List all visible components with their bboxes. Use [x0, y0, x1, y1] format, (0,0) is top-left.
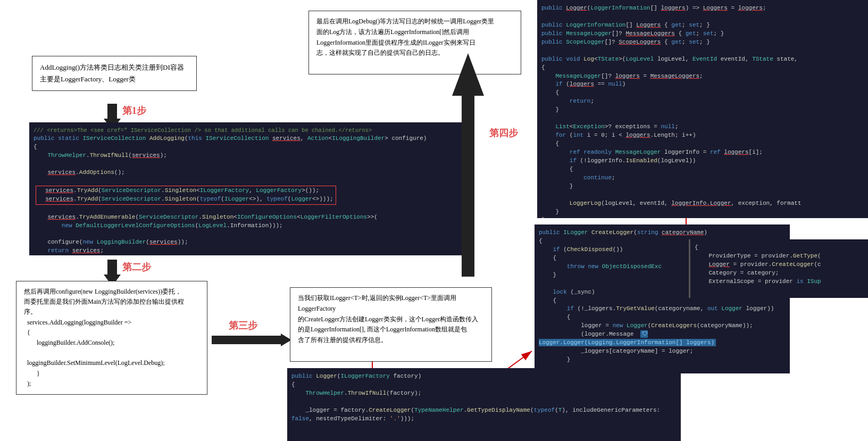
- code-line: if (!loggerInfo.IsEnabled(logLevel)): [541, 157, 864, 165]
- code-line: if (!_loggers.TryGetValue(categoryname, …: [539, 305, 786, 313]
- text-box-1: AddLogging()方法将类日志相关类注册到DI容器 主要是LoggerFa…: [32, 56, 197, 91]
- code-line: _loggers[categoryName] = logger;: [539, 347, 786, 356]
- code-line: public void Log<TState>(LogLevel logLeve…: [541, 55, 864, 64]
- code-line: (logger.Message 🛡 Logger.Logger(Logging.…: [539, 330, 786, 347]
- code-line: LoggerLog(logLevel, eventId, loggerInfo.…: [541, 199, 864, 208]
- step3-label: 第三步: [229, 319, 257, 332]
- code-line: _logger = factory.CreateLogger(TypeNameH…: [291, 406, 677, 423]
- step4-label: 第四步: [489, 127, 518, 139]
- code-line: public LoggerInformation[] Loggers { get…: [541, 21, 864, 30]
- code-block-4: public Logger(LoggerInformation[] logger…: [537, 0, 868, 218]
- code-line: ThrowHelper.ThrowIfNull(factory);: [291, 389, 677, 398]
- code-line: public ScopeLogger[]? ScopeLoggers { get…: [541, 38, 864, 47]
- code-line: ProviderType = provider.GetType(: [695, 252, 864, 261]
- code-line: MessageLogger[]? loggers = MessageLogger…: [541, 72, 864, 81]
- code-line-highlight2: services.TryAdd(ServiceDescriptor.Single…: [38, 195, 333, 204]
- code-line: public MessageLogger[]? MessageLoggers {…: [541, 30, 864, 38]
- text-box-2: 然后再调用configure(new LoggingBuilder(servic…: [16, 281, 207, 395]
- code-line: continue;: [541, 174, 864, 182]
- code-block-5: { ProviderType = provider.GetType( Logge…: [689, 239, 868, 298]
- code-block-2: public Logger(ILoggerFactory factory) { …: [287, 368, 681, 441]
- text-box-3-content: 当我们获取ILogger<T>时,返回的实例Logger<T>里面调用Logge…: [298, 293, 484, 346]
- step1-label: 第1步: [122, 104, 146, 117]
- code-line: public ILogger CreateLogger(string categ…: [539, 229, 786, 237]
- code-line: if (loggers == null): [541, 80, 864, 89]
- text-box-4: 最后在调用LogDebug()等方法写日志的时候统一调用Logger类里 面的L…: [308, 11, 521, 74]
- code-comment: /// <returns>The <see cref=" IServiceCol…: [34, 127, 461, 135]
- code-block-1: /// <returns>The <see cref=" IServiceCol…: [29, 122, 465, 255]
- code-line: List<Exception>? exceptions = null;: [541, 123, 864, 131]
- large-arrow: [452, 53, 484, 277]
- code-line: ExternalScope = provider is ISup: [695, 278, 864, 286]
- code-line: public Logger(ILoggerFactory factory): [291, 372, 677, 381]
- text-box-1-content: AddLogging()方法将类日志相关类注册到DI容器 主要是LoggerFa…: [40, 63, 184, 83]
- text-box-4-content: 最后在调用LogDebug()等方法写日志的时候统一调用Logger类里 面的L…: [316, 16, 513, 59]
- code-line-highlight: services.TryAdd(ServiceDescriptor.Single…: [38, 187, 333, 195]
- code-line: for (int i = 0; i < loggers.Length; i++): [541, 131, 864, 140]
- code-line: public static IServiceCollection AddLogg…: [34, 135, 461, 143]
- code-line: return;: [541, 97, 864, 106]
- code-line: logger = new Logger(CreateLoggers(catego…: [539, 322, 786, 330]
- step2-label: 第二步: [122, 261, 151, 273]
- code-line: public Logger(LoggerInformation[] logger…: [541, 4, 864, 13]
- code-line: Category = category;: [695, 269, 864, 278]
- code-line: ref readonly MessageLogger loggerInfo = …: [541, 148, 864, 157]
- arrow-right-1: [212, 334, 291, 346]
- code-line: Logger = provider.CreateLogger(c: [695, 261, 864, 269]
- text-box-3: 当我们获取ILogger<T>时,返回的实例Logger<T>里面调用Logge…: [290, 287, 492, 362]
- svg-marker-8: [452, 53, 484, 277]
- text-box-2-content: 然后再调用configure(new LoggingBuilder(servic…: [24, 287, 199, 389]
